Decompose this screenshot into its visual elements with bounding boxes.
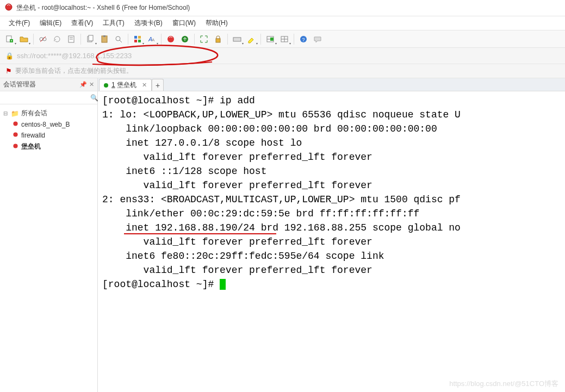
svg-text:A: A	[152, 38, 155, 42]
session-tree: ⊟ 📁 所有会话 centos-8_web_B firewalld 堡垒机	[0, 104, 97, 155]
fullscreen-button[interactable]	[197, 33, 210, 46]
xagent-button[interactable]	[164, 33, 177, 46]
layout-horizontal-button[interactable]	[264, 33, 277, 46]
toolbar-separator	[194, 34, 195, 45]
session-item[interactable]: firewalld	[2, 130, 95, 141]
terminal-line: valid_lft forever preferred_lft forever	[102, 178, 561, 192]
toolbar: AA ?	[0, 30, 565, 48]
new-session-button[interactable]	[3, 33, 16, 46]
work-area: 会话管理器 📌 ✕ 🔍 ⊟ 📁 所有会话 centos-8_web_B fire…	[0, 78, 565, 392]
tab-index: 1	[111, 81, 115, 89]
pin-icon[interactable]: 📌	[79, 81, 87, 88]
svg-line-5	[40, 36, 46, 42]
session-label: centos-8_web_B	[21, 121, 70, 128]
terminal-area: 1 堡垒机 ✕ + [root@localhost ~]# ip add1: l…	[98, 78, 565, 392]
svg-point-35	[13, 132, 17, 136]
menu-file[interactable]: 文件(F)	[4, 17, 34, 29]
collapse-icon[interactable]: ⊟	[3, 110, 9, 116]
session-manager-header: 会话管理器 📌 ✕	[0, 78, 97, 91]
flag-icon: ⚑	[5, 67, 12, 75]
highlight-button[interactable]	[245, 33, 258, 46]
folder-icon: 📁	[11, 110, 19, 117]
svg-point-13	[116, 36, 120, 41]
session-icon	[12, 142, 19, 151]
find-button[interactable]	[112, 33, 125, 46]
svg-rect-24	[233, 38, 241, 41]
session-manager-title: 会话管理器	[3, 80, 36, 89]
toolbar-separator	[161, 34, 162, 45]
tree-root-label: 所有会话	[21, 109, 47, 118]
open-session-button[interactable]	[17, 33, 30, 46]
tree-root[interactable]: ⊟ 📁 所有会话	[2, 108, 95, 119]
svg-point-36	[13, 144, 17, 148]
svg-rect-23	[216, 39, 220, 42]
disconnect-button[interactable]	[36, 33, 49, 46]
copy-button[interactable]	[84, 33, 97, 46]
svg-rect-10	[89, 35, 93, 41]
layout-grid-button[interactable]	[278, 33, 291, 46]
tab-label: 堡垒机	[117, 81, 136, 89]
session-search-input[interactable]	[2, 93, 88, 103]
terminal-line: 1: lo: <LOOPBACK,UP,LOWER_UP> mtu 65536 …	[102, 108, 561, 122]
terminal[interactable]: [root@localhost ~]# ip add1: lo: <LOOPBA…	[98, 91, 565, 392]
session-item[interactable]: centos-8_web_B	[2, 119, 95, 130]
hint-bar: ⚑ 要添加当前会话，点击左侧的箭头按钮。	[0, 64, 565, 78]
svg-rect-16	[138, 36, 141, 39]
tab-add-button[interactable]: +	[152, 79, 164, 91]
svg-rect-17	[134, 40, 137, 42]
session-item-active[interactable]: 堡垒机	[2, 141, 95, 152]
terminal-line: inet6 fe80::20c:29ff:fedc:595e/64 scope …	[102, 249, 561, 263]
menu-tabs[interactable]: 选项卡(B)	[130, 17, 167, 29]
session-icon	[12, 131, 19, 140]
menu-help[interactable]: 帮助(H)	[201, 17, 232, 29]
connected-dot-icon	[104, 83, 108, 88]
svg-rect-18	[138, 40, 141, 42]
menu-window[interactable]: 窗口(W)	[168, 17, 200, 29]
svg-text:?: ?	[302, 37, 305, 42]
terminal-line: valid_lft forever preferred_lft forever	[102, 235, 561, 249]
color-scheme-button[interactable]	[131, 33, 144, 46]
session-manager-pane: 会话管理器 📌 ✕ 🔍 ⊟ 📁 所有会话 centos-8_web_B fire…	[0, 78, 98, 392]
close-icon[interactable]: ✕	[89, 81, 94, 88]
reconnect-button[interactable]	[51, 33, 64, 46]
svg-point-3	[40, 38, 43, 41]
address-url: ssh://root:*****@192.168.1.155:2233	[17, 52, 132, 60]
svg-point-34	[13, 121, 17, 126]
paste-button[interactable]	[98, 33, 111, 46]
lock-button[interactable]	[212, 33, 225, 46]
terminal-line: inet 127.0.0.1/8 scope host lo	[102, 136, 561, 150]
app-icon	[4, 3, 13, 13]
svg-rect-28	[270, 38, 274, 41]
menu-tools[interactable]: 工具(T)	[98, 17, 128, 29]
menu-view[interactable]: 查看(V)	[67, 17, 97, 29]
font-button[interactable]: AA	[145, 33, 158, 46]
window-title: 堡垒机 - root@localhost:~ - Xshell 6 (Free …	[16, 3, 190, 13]
menu-edit[interactable]: 编辑(E)	[35, 17, 66, 29]
svg-rect-15	[134, 36, 137, 39]
help-button[interactable]: ?	[297, 33, 310, 46]
menu-bar: 文件(F) 编辑(E) 查看(V) 工具(T) 选项卡(B) 窗口(W) 帮助(…	[0, 16, 565, 30]
keyboard-button[interactable]	[231, 33, 244, 46]
tab-session[interactable]: 1 堡垒机 ✕	[99, 79, 152, 91]
hint-text: 要添加当前会话，点击左侧的箭头按钮。	[15, 66, 133, 76]
support-button[interactable]	[311, 33, 324, 46]
svg-rect-12	[103, 35, 105, 37]
tab-bar: 1 堡垒机 ✕ +	[98, 78, 565, 91]
session-icon	[12, 120, 19, 129]
terminal-cursor	[220, 279, 226, 290]
terminal-line: inet6 ::1/128 scope host	[102, 164, 561, 178]
toolbar-separator	[294, 34, 294, 45]
toolbar-separator	[80, 34, 81, 45]
terminal-line: link/ether 00:0c:29:dc:59:5e brd ff:ff:f…	[102, 207, 561, 221]
session-label: firewalld	[21, 132, 45, 139]
terminal-line: 2: ens33: <BROADCAST,MULTICAST,UP,LOWER_…	[102, 192, 561, 207]
toolbar-separator	[260, 34, 261, 45]
session-label: 堡垒机	[21, 142, 41, 151]
properties-button[interactable]	[65, 33, 78, 46]
address-bar[interactable]: 🔒 ssh://root:*****@192.168.1.155:2233	[0, 48, 565, 64]
terminal-line: inet 192.168.88.190/24 brd 192.168.88.25…	[102, 221, 561, 235]
session-search[interactable]: 🔍	[0, 91, 97, 104]
xftp-button[interactable]	[178, 33, 191, 46]
lock-icon: 🔒	[5, 52, 14, 60]
tab-close-icon[interactable]: ✕	[142, 82, 147, 89]
